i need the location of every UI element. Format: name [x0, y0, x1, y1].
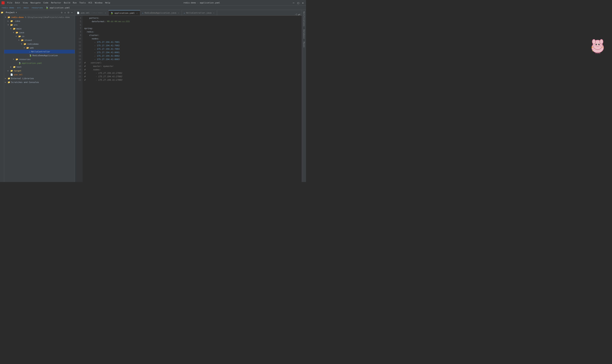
tab-pom-label: pom.xml [81, 12, 90, 14]
tab-hello-controller[interactable]: ☕ HelloController.java ✕ [182, 10, 217, 15]
project-panel-title: Project [6, 11, 14, 14]
breadcrumb-sep-1: › [15, 6, 16, 9]
breadcrumb-nav-icon[interactable]: ✓1 [295, 13, 297, 15]
maven-sidebar-label[interactable]: Maven [303, 40, 306, 49]
app-icon [1, 1, 5, 4]
project-panel-icons[interactable]: ⚙ ↕ ⊟ ⋯ [60, 11, 73, 14]
project-panel: Project ▼ ⚙ ↕ ⊟ ⋯ ▼ 📂 redis-demo D:\Ding… [4, 10, 75, 182]
tree-item-redisdemo[interactable]: ▼ 📂 redisdemo [4, 42, 75, 46]
tree-item-web[interactable]: ▼ 📂 web [4, 46, 75, 50]
tree-item-main[interactable]: ▼ 📂 main [4, 27, 75, 31]
menu-refactor[interactable]: Refactor [50, 1, 62, 4]
tree-item-cn[interactable]: ▼ 📂 cn [4, 34, 75, 38]
project-tool-icon[interactable]: 📁 [0, 11, 4, 14]
settings-gear-icon[interactable]: ⚙ [60, 11, 63, 14]
menu-view[interactable]: View [22, 1, 29, 4]
menu-edit[interactable]: Edit [14, 1, 21, 4]
project-dropdown-icon[interactable]: ▼ [16, 12, 17, 13]
tab-yaml-close[interactable]: ✕ [136, 12, 138, 14]
right-sidebar: Notifications Database Maven [302, 10, 306, 182]
editor-area: 📄 pom.xml (redis-demo) ✕ 🍃 application.y… [75, 10, 302, 182]
menu-window[interactable]: Window [94, 1, 104, 4]
menu-bar[interactable]: File Edit View Navigate Code Refactor Bu… [6, 1, 111, 4]
tree-item-idea[interactable]: ▶ 📁 .idea [4, 19, 75, 23]
database-sidebar-label[interactable]: Database [303, 28, 306, 40]
more-options-icon[interactable]: ⋯ [71, 11, 73, 14]
title-bar: File Edit View Navigate Code Refactor Bu… [0, 0, 306, 6]
left-vertical-toolbar: 📁 ≡ [0, 10, 4, 182]
title-bar-left: File Edit View Navigate Code Refactor Bu… [1, 1, 111, 4]
menu-run[interactable]: Run [72, 1, 78, 4]
tab-hello-label: HelloController.java [186, 12, 211, 14]
tree-item-redis-demo[interactable]: ▼ 📂 redis-demo D:\DingJiaxiong\IdeaProje… [4, 15, 75, 19]
file-breadcrumb: 🍃 application.yaml [46, 6, 70, 9]
breadcrumb-sep-2: › [22, 6, 23, 9]
menu-navigate[interactable]: Navigate [29, 1, 42, 4]
project-panel-header: Project ▼ ⚙ ↕ ⊟ ⋯ [4, 10, 75, 15]
resources-breadcrumb[interactable]: resources [31, 6, 43, 9]
window-controls[interactable]: ─ □ ✕ [292, 1, 305, 4]
menu-code[interactable]: Code [42, 1, 50, 4]
tree-item-hello-controller[interactable]: ☕ HelloController [4, 50, 75, 53]
tree-item-redis-demo-app[interactable]: 🍃 RedisDemoApplication [4, 53, 75, 57]
minimize-button[interactable]: ─ [292, 1, 295, 4]
menu-file[interactable]: File [6, 1, 13, 4]
window-title: redis-demo - application.yaml [111, 1, 292, 4]
tree-item-test[interactable]: ▶ 📁 test [4, 65, 75, 69]
menu-tools[interactable]: Tools [78, 1, 87, 4]
menu-help[interactable]: Help [104, 1, 111, 4]
editor-nav-down[interactable]: ▼ [299, 13, 300, 15]
project-tree: ▼ 📂 redis-demo D:\DingJiaxiong\IdeaProje… [4, 15, 75, 182]
maximize-button[interactable]: □ [297, 1, 300, 4]
breadcrumb-sep-3: › [29, 6, 31, 9]
breadcrumb-bar: redis-demo › src › main › resources › 🍃 … [0, 6, 306, 10]
menu-build[interactable]: Build [63, 1, 71, 4]
expand-all-icon[interactable]: ↕ [64, 11, 67, 14]
notifications-sidebar-label[interactable]: Notifications [303, 10, 306, 28]
tab-app-label: RedisDemoApplication.java [145, 12, 176, 14]
menu-vcs[interactable]: VCS [87, 1, 93, 4]
breadcrumb-sep-4: › [44, 6, 45, 9]
code-editor[interactable]: 4 5 6 7 8 9 10 11 12 13 14 15 16 17 18 1… [75, 16, 302, 182]
tab-application-yaml[interactable]: 🍃 application.yaml ✕ [109, 10, 140, 15]
tab-redis-demo-app[interactable]: ☕ RedisDemoApplication.java ✕ [140, 10, 182, 15]
tree-item-target[interactable]: ▶ 📁 target [4, 69, 75, 73]
tree-item-application-yaml[interactable]: 🍃 application.yaml [4, 61, 75, 65]
tree-item-scratches[interactable]: ▶ 📁 Scratches and Consoles [4, 80, 75, 84]
tree-item-pom-xml[interactable]: 📄 pom.xml [4, 73, 75, 77]
project-breadcrumb[interactable]: redis-demo [1, 6, 14, 9]
tree-item-itcast[interactable]: ▼ 📂 itcast [4, 38, 75, 42]
tree-item-resources[interactable]: ▼ 📂 resources [4, 57, 75, 61]
tab-hello-close[interactable]: ✕ [213, 12, 215, 14]
tab-pom-xml[interactable]: 📄 pom.xml (redis-demo) ✕ [75, 10, 109, 15]
line-numbers: 4 5 6 7 8 9 10 11 12 13 14 15 16 17 18 1… [75, 16, 83, 182]
tree-item-src[interactable]: ▼ 📂 src [4, 23, 75, 27]
tree-item-java[interactable]: ▼ 📂 java [4, 31, 75, 34]
tab-bar: 📄 pom.xml (redis-demo) ✕ 🍃 application.y… [75, 10, 302, 16]
tab-yaml-label: application.yaml [114, 12, 135, 14]
main-breadcrumb[interactable]: main [24, 6, 29, 9]
src-breadcrumb[interactable]: src [17, 6, 21, 9]
code-content[interactable]: pattern: dateformat: MM-dd HH:mm:ss:SSS … [83, 16, 302, 182]
close-button[interactable]: ✕ [301, 1, 305, 4]
tab-app-close[interactable]: ✕ [177, 12, 180, 14]
tree-item-external-libs[interactable]: ▶ 📁 External Libraries [4, 77, 75, 80]
collapse-all-icon[interactable]: ⊟ [67, 11, 70, 14]
tab-pom-close[interactable]: ✕ [104, 12, 106, 14]
